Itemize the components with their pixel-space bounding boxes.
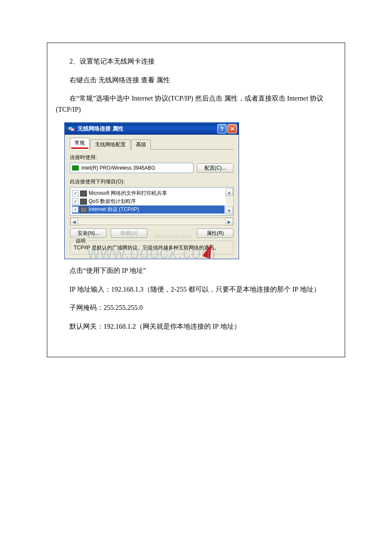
adapter-name: Intel(R) PRO/Wireless 3945ABG (81, 165, 155, 171)
tab-general-label: 常规 (75, 140, 85, 146)
close-button[interactable]: ✕ (228, 124, 237, 133)
wireless-properties-dialog: 无线网络连接 属性 ? ✕ 常规 无线网络配置 高级 连接时使用: Intel(… (64, 122, 239, 259)
service-icon (80, 199, 87, 205)
para-gateway: 默认网关：192.168.1.2（网关就是你本地连接的 IP 地址） (56, 321, 336, 332)
small-watermark: WEIPHONE.COM (155, 234, 192, 239)
tab-wireless-config[interactable]: 无线网络配置 (90, 139, 130, 150)
para-step-title: 2、设置笔记本无线网卡连接 (56, 56, 336, 67)
scroll-left-icon[interactable]: ◀ (70, 218, 78, 225)
items-label: 此连接使用下列项目(O): (70, 178, 233, 185)
configure-button[interactable]: 配置(C)... (197, 163, 233, 173)
tab-general-underline (71, 147, 88, 149)
tab-general[interactable]: 常规 (70, 138, 89, 150)
para-rightclick: 右键点击 无线网络连接 查看 属性 (56, 75, 336, 86)
dialog-title: 无线网络连接 属性 (78, 125, 216, 133)
item-label: Microsoft 网络的文件和打印机共享 (89, 190, 167, 197)
item-label: Internet 协议 (TCP/IP) (89, 206, 139, 213)
protocol-icon (80, 207, 87, 213)
connect-using-label: 连接时使用: (70, 154, 233, 161)
network-icon (68, 126, 75, 132)
description-legend: 说明 (74, 237, 87, 245)
checkbox-icon[interactable] (72, 206, 78, 213)
dialog-body: 常规 无线网络配置 高级 连接时使用: Intel(R) PRO/Wireles… (65, 135, 239, 259)
help-button[interactable]: ? (217, 124, 227, 133)
item-label: QoS 数据包计划程序 (89, 198, 136, 205)
scroll-down-icon[interactable]: ▼ (225, 207, 233, 214)
horizontal-scrollbar[interactable]: ◀ ▶ (70, 217, 233, 225)
para-use-ip: 点击“使用下面的 IP 地址” (56, 265, 336, 276)
checkbox-icon[interactable] (72, 198, 78, 205)
para-ip-input: IP 地址输入：192.168.1.3（随便，2-255 都可以，只要不是本地连… (56, 284, 336, 295)
para-subnet: 子网掩码：255.255.255.0 (56, 302, 336, 313)
adapter-field[interactable]: Intel(R) PRO/Wireless 3945ABG (70, 163, 193, 173)
scroll-up-icon[interactable]: ▲ (225, 188, 233, 196)
para-select-tcpip: 在“常规”选项中选中 Internet 协议(TCP/IP) 然后点击 属性，或… (56, 93, 336, 115)
nic-icon (72, 165, 79, 171)
page-frame: 2、设置笔记本无线网卡连接 右键点击 无线网络连接 查看 属性 在“常规”选项中… (47, 43, 345, 357)
list-item[interactable]: QoS 数据包计划程序 (72, 197, 225, 205)
install-button[interactable]: 安装(N)... (70, 228, 107, 238)
vertical-scrollbar[interactable]: ▲ ▼ (225, 188, 232, 214)
checkbox-icon[interactable] (72, 190, 78, 197)
service-icon (80, 191, 87, 197)
properties-button[interactable]: 属性(R) (197, 228, 233, 238)
connection-items-list[interactable]: Microsoft 网络的文件和打印机共享 QoS 数据包计划程序 Intern… (70, 187, 233, 216)
scroll-right-icon[interactable]: ▶ (225, 218, 233, 225)
uninstall-button: 卸载(U) (111, 228, 147, 238)
tab-strip: 常规 无线网络配置 高级 (70, 137, 233, 150)
list-item-selected[interactable]: Internet 协议 (TCP/IP) (72, 205, 225, 214)
tab-advanced[interactable]: 高级 (131, 139, 151, 150)
list-item[interactable]: Microsoft 网络的文件和打印机共享 (72, 189, 225, 197)
dialog-titlebar[interactable]: 无线网络连接 属性 ? ✕ (65, 123, 239, 135)
svg-rect-1 (71, 128, 74, 131)
